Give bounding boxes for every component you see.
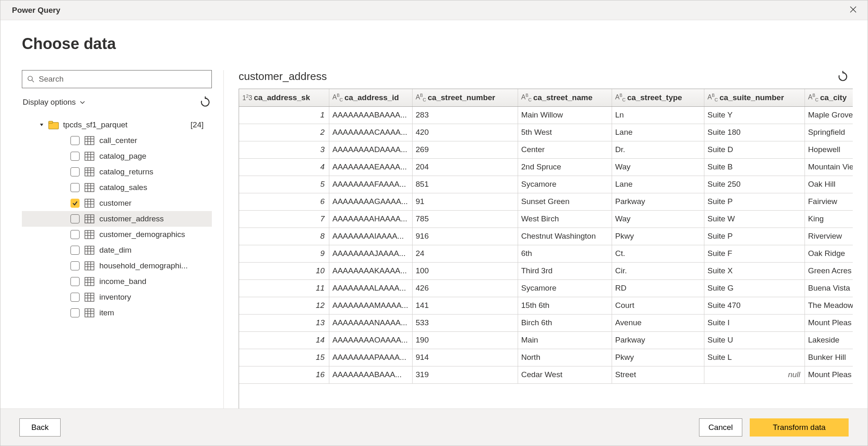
table-cell[interactable]: Fairview (805, 193, 853, 210)
table-row[interactable]: 5AAAAAAAAFAAAA...851Sycamore LaneSuite 2… (239, 176, 853, 193)
table-cell[interactable]: Cir. (612, 262, 704, 279)
table-cell[interactable]: Suite G (704, 279, 805, 297)
table-cell[interactable]: 2nd Spruce (518, 158, 612, 176)
table-cell[interactable]: 1 (239, 106, 329, 124)
table-cell[interactable]: Sycamore (518, 176, 612, 193)
table-cell[interactable]: AAAAAAAAIAAAA... (329, 228, 412, 245)
table-cell[interactable]: Suite P (704, 193, 805, 210)
table-cell[interactable]: Dr. (612, 141, 704, 158)
table-row[interactable]: 12AAAAAAAAMAAAA...14115th 6thCourtSuite … (239, 297, 853, 314)
table-row[interactable]: 10AAAAAAAAKAAAA...100Third 3rdCir.Suite … (239, 262, 853, 279)
table-cell[interactable]: Suite 180 (704, 124, 805, 141)
table-cell[interactable]: Suite P (704, 228, 805, 245)
table-cell[interactable]: AAAAAAAAFAAAA... (329, 176, 412, 193)
table-cell[interactable]: Parkway (612, 331, 704, 349)
tree-item[interactable]: item (22, 305, 212, 321)
tree-item[interactable]: date_dim (22, 242, 212, 258)
table-cell[interactable]: 16 (239, 366, 329, 383)
table-cell[interactable]: Bunker Hill (805, 349, 853, 366)
table-cell[interactable]: 7 (239, 210, 329, 228)
table-cell[interactable]: Oak Hill (805, 176, 853, 193)
table-cell[interactable]: 24 (412, 245, 518, 262)
table-row[interactable]: 9AAAAAAAAJAAAA...246th Ct.Suite FOak Rid… (239, 245, 853, 262)
table-cell[interactable]: Suite X (704, 262, 805, 279)
table-cell[interactable]: AAAAAAAAEAAAA... (329, 158, 412, 176)
table-cell[interactable]: 319 (412, 366, 518, 383)
table-cell[interactable]: Riverview (805, 228, 853, 245)
tree-item[interactable]: catalog_page (22, 148, 212, 164)
table-cell[interactable]: 916 (412, 228, 518, 245)
refresh-navigator-button[interactable] (199, 96, 211, 108)
table-cell[interactable]: Way (612, 158, 704, 176)
cancel-button[interactable]: Cancel (699, 418, 742, 437)
table-row[interactable]: 14AAAAAAAAOAAAA...190MainParkwaySuite UL… (239, 331, 853, 349)
table-cell[interactable]: 3 (239, 141, 329, 158)
column-header[interactable]: ABCca_address_id (329, 89, 412, 106)
table-cell[interactable]: 13 (239, 314, 329, 331)
table-cell[interactable]: 6th (518, 245, 612, 262)
table-cell[interactable]: 426 (412, 279, 518, 297)
tree-item-checkbox[interactable] (70, 152, 80, 161)
table-cell[interactable]: RD (612, 279, 704, 297)
column-header[interactable]: ABCca_street_number (412, 89, 518, 106)
table-cell[interactable]: Main Willow (518, 106, 612, 124)
table-cell[interactable]: 8 (239, 228, 329, 245)
table-cell[interactable]: AAAAAAAAHAAAA... (329, 210, 412, 228)
table-cell[interactable]: null (704, 366, 805, 383)
table-cell[interactable]: Lane (612, 124, 704, 141)
table-cell[interactable]: Center (518, 141, 612, 158)
table-cell[interactable]: AAAAAAAANAAAA... (329, 314, 412, 331)
table-cell[interactable]: Mountain Vie (805, 158, 853, 176)
refresh-preview-button[interactable] (837, 71, 849, 82)
table-cell[interactable]: AAAAAAAAJAAAA... (329, 245, 412, 262)
table-cell[interactable]: Mount Pleas (805, 366, 853, 383)
tree-item[interactable]: catalog_sales (22, 180, 212, 195)
tree-item[interactable]: household_demographi... (22, 258, 212, 274)
table-cell[interactable]: AAAAAAAAKAAAA... (329, 262, 412, 279)
table-cell[interactable]: Birch 6th (518, 314, 612, 331)
table-cell[interactable]: The Meadow (805, 297, 853, 314)
table-cell[interactable]: Springfield (805, 124, 853, 141)
tree-item-checkbox[interactable] (70, 293, 80, 302)
table-cell[interactable]: Lane (612, 176, 704, 193)
table-cell[interactable]: 15th 6th (518, 297, 612, 314)
table-row[interactable]: 13AAAAAAAANAAAA...533Birch 6thAvenueSuit… (239, 314, 853, 331)
tree-item-checkbox[interactable] (70, 277, 80, 286)
table-cell[interactable]: 141 (412, 297, 518, 314)
table-cell[interactable]: 10 (239, 262, 329, 279)
table-cell[interactable]: Ct. (612, 245, 704, 262)
table-cell[interactable]: 5 (239, 176, 329, 193)
table-cell[interactable]: Suite 470 (704, 297, 805, 314)
tree-item-checkbox[interactable] (70, 308, 80, 317)
table-cell[interactable]: 12 (239, 297, 329, 314)
tree-item[interactable]: customer_address (22, 211, 212, 227)
table-cell[interactable]: AAAAAAAAMAAAA... (329, 297, 412, 314)
close-button[interactable] (845, 3, 861, 17)
table-cell[interactable]: Lakeside (805, 331, 853, 349)
table-cell[interactable]: Oak Ridge (805, 245, 853, 262)
back-button[interactable]: Back (19, 418, 61, 437)
table-cell[interactable]: Court (612, 297, 704, 314)
table-cell[interactable]: Street (612, 366, 704, 383)
table-cell[interactable]: 91 (412, 193, 518, 210)
table-row[interactable]: 6AAAAAAAAGAAAA...91Sunset GreenParkwaySu… (239, 193, 853, 210)
grid-wrap[interactable]: 123ca_address_skABCca_address_idABCca_st… (239, 89, 853, 408)
column-header[interactable]: ABCca_city (805, 89, 853, 106)
table-row[interactable]: 15AAAAAAAAPAAAA...914NorthPkwySuite LBun… (239, 349, 853, 366)
table-cell[interactable]: 914 (412, 349, 518, 366)
table-cell[interactable]: Cedar West (518, 366, 612, 383)
column-header[interactable]: ABCca_street_name (518, 89, 612, 106)
table-cell[interactable]: Parkway (612, 193, 704, 210)
table-cell[interactable]: Mount Pleas (805, 314, 853, 331)
table-cell[interactable]: 9 (239, 245, 329, 262)
table-cell[interactable]: 785 (412, 210, 518, 228)
table-row[interactable]: 1AAAAAAAABAAAA...283Main WillowLnSuite Y… (239, 106, 853, 124)
table-cell[interactable]: Suite U (704, 331, 805, 349)
table-row[interactable]: 11AAAAAAAALAAAA...426Sycamore RDSuite GB… (239, 279, 853, 297)
tree-item[interactable]: inventory (22, 289, 212, 305)
table-cell[interactable]: Chestnut Washington (518, 228, 612, 245)
tree-item[interactable]: customer (22, 195, 212, 211)
tree-item-checkbox[interactable] (70, 199, 80, 208)
table-cell[interactable]: 2 (239, 124, 329, 141)
table-cell[interactable]: North (518, 349, 612, 366)
